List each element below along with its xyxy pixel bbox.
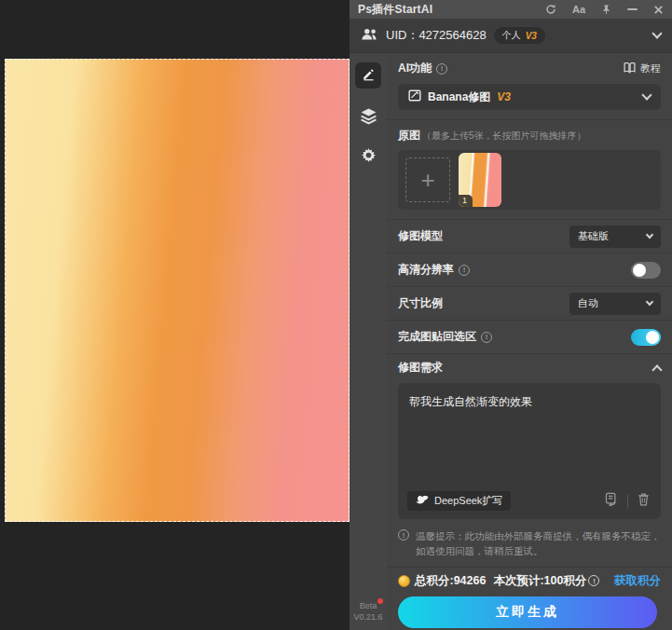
ratio-select[interactable]: 自动 (569, 293, 661, 315)
gradient-image-selection[interactable] (5, 59, 350, 522)
prompt-text: 帮我生成自然渐变的效果 (409, 394, 650, 410)
feature-version: V3 (497, 90, 511, 103)
tool-edit-active[interactable] (355, 62, 381, 89)
plus-icon: + (420, 168, 434, 192)
info-icon: ! (398, 529, 409, 541)
thumbnail-index-badge: 1 (459, 195, 473, 207)
total-points: 总积分:94266 (415, 573, 486, 589)
info-icon[interactable]: ! (481, 332, 492, 343)
pencil-icon (362, 67, 376, 85)
chevron-down-icon (646, 297, 653, 305)
estimate-points: 本次预计:100积分 (493, 573, 586, 589)
ai-section-label: AI功能 (398, 61, 432, 76)
deepseek-expand-button[interactable]: DeepSeek扩写 (407, 491, 511, 511)
feature-select[interactable]: Banana修图 V3 (398, 84, 661, 110)
beta-dot (377, 598, 383, 604)
source-images-hint: （最多上传5张，长按图片可拖拽排序） (422, 130, 586, 143)
minimize-icon[interactable] (627, 8, 638, 10)
source-images-label: 原图 (398, 128, 420, 144)
chevron-down-icon[interactable] (651, 28, 662, 38)
ratio-label: 尺寸比例 (398, 295, 443, 311)
info-icon[interactable]: ! (588, 575, 599, 586)
user-icon (361, 27, 378, 45)
pin-icon[interactable] (601, 4, 611, 15)
image-edit-icon (408, 89, 421, 105)
divider (627, 495, 628, 508)
plan-badge: 个人 V3 (494, 27, 545, 44)
generate-button[interactable]: 立即生成 (398, 596, 657, 628)
model-label: 修图模型 (398, 228, 443, 244)
chevron-down-icon (646, 230, 653, 238)
tutorial-button[interactable]: 教程 (624, 62, 661, 75)
info-icon[interactable]: ! (436, 63, 447, 75)
deepseek-label: DeepSeek扩写 (434, 494, 502, 508)
hd-label: 高清分辨率 (398, 262, 454, 278)
plan-name: 个人 (502, 29, 521, 42)
coin-icon (398, 575, 410, 587)
tools-rail: Beta V0.21.6 (350, 53, 387, 630)
footer: 总积分:94266 本次预计:100积分! 获取积分 立即生成 (387, 567, 672, 628)
close-icon[interactable] (653, 5, 664, 15)
panel-title: Ps插件StartAI (358, 2, 432, 18)
model-select[interactable]: 基础版 (569, 226, 661, 248)
prompt-header-label: 修图需求 (398, 360, 443, 376)
notice-text: 温馨提示：此功能由外部服务商提供，偶有服务不稳定，如遇使用问题，请稍后重试。 (416, 528, 661, 559)
uid-label: UID：4272564628 (386, 27, 487, 44)
prompt-header[interactable]: 修图需求 (387, 353, 672, 381)
layers-icon (360, 112, 377, 128)
version-label: V0.21.6 (353, 612, 382, 622)
beta-label: Beta (360, 601, 377, 610)
gear-icon (361, 150, 377, 166)
hd-row: 高清分辨率 ! (387, 253, 672, 286)
notice: ! 温馨提示：此功能由外部服务商提供，偶有服务不稳定，如遇使用问题，请稍后重试。 (387, 525, 672, 567)
plan-version: V3 (526, 31, 537, 41)
hd-toggle[interactable] (631, 262, 661, 279)
font-size-icon[interactable]: Aa (572, 4, 585, 15)
paste-back-row: 完成图贴回选区 ! (387, 320, 672, 353)
main-content: AI功能 ! 教程 Banana修图 V3 (387, 53, 672, 630)
photoshop-canvas (0, 0, 350, 630)
tutorial-label: 教程 (640, 62, 661, 75)
prompt-textarea[interactable]: 帮我生成自然渐变的效果 DeepSeek扩写 (398, 383, 661, 519)
feature-name: Banana修图 (428, 89, 490, 105)
trash-icon[interactable] (638, 493, 650, 510)
paste-back-label: 完成图贴回选区 (398, 329, 476, 345)
chevron-down-icon (641, 89, 651, 100)
tool-layers[interactable] (360, 107, 377, 129)
info-icon[interactable]: ! (459, 265, 470, 276)
titlebar: Ps插件StartAI Aa (350, 0, 672, 19)
version-info: Beta V0.21.6 (353, 600, 382, 630)
uid-value: 4272564628 (418, 28, 486, 42)
refresh-icon[interactable] (545, 4, 556, 15)
model-value: 基础版 (578, 229, 609, 243)
chevron-up-icon (651, 364, 662, 375)
import-text-icon[interactable] (604, 492, 618, 510)
uploaded-thumbnail[interactable]: 1 (459, 153, 501, 207)
tool-settings[interactable] (361, 147, 377, 167)
ratio-value: 自动 (578, 296, 598, 310)
get-points-link[interactable]: 获取积分 (614, 573, 661, 589)
model-row: 修图模型 基础版 (387, 219, 672, 253)
ratio-row: 尺寸比例 自动 (387, 286, 672, 320)
paste-back-toggle[interactable] (631, 329, 661, 346)
upload-area: + 1 (398, 150, 661, 210)
startai-plugin-panel: Ps插件StartAI Aa UID：4272564628 个人 V3 (350, 0, 672, 630)
uid-row[interactable]: UID：4272564628 个人 V3 (350, 19, 672, 53)
add-image-button[interactable]: + (405, 158, 450, 202)
deepseek-whale-icon (416, 495, 429, 507)
book-icon (624, 62, 636, 75)
